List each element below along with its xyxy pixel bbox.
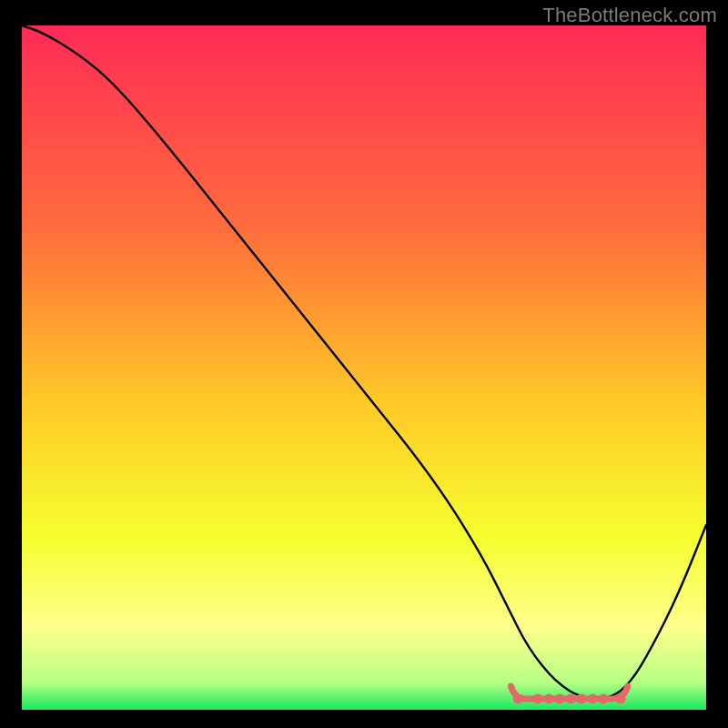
chart-svg (22, 25, 706, 710)
optimal-range-dot (599, 693, 609, 703)
watermark-text: TheBottleneck.com (542, 4, 717, 27)
optimal-range-dot (616, 693, 626, 703)
chart-plot (22, 25, 706, 710)
optimal-range-dot (533, 693, 543, 703)
optimal-range-dot (555, 693, 565, 703)
gradient-bg (22, 25, 706, 710)
optimal-range-dot (588, 693, 598, 703)
optimal-range-dot (566, 693, 576, 703)
optimal-range-dot (577, 693, 587, 703)
chart-frame: TheBottleneck.com (0, 0, 728, 728)
optimal-range-dot (513, 693, 523, 703)
optimal-range-dot (544, 693, 554, 703)
